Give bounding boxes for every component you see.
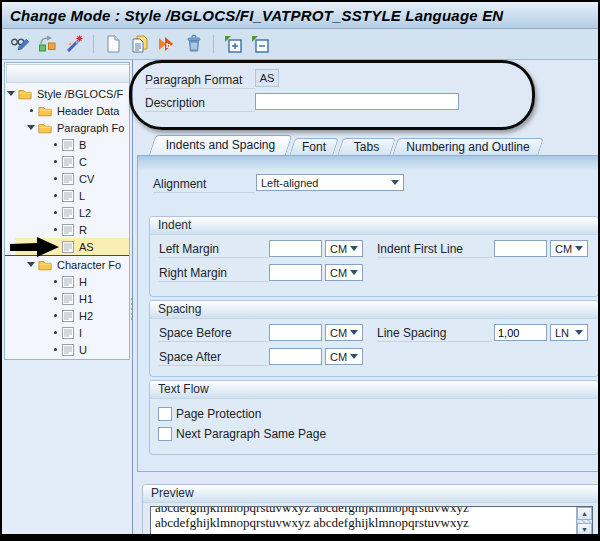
spacing-group: Spacing Space Before CM Line Spacing LN … [149, 300, 598, 377]
collapse-all-button[interactable] [248, 32, 272, 56]
choose-style-button[interactable] [35, 32, 59, 56]
line-spacing-label: Line Spacing [377, 326, 492, 342]
tree-item-label: Paragraph Fo [57, 122, 124, 134]
character-format-icon [62, 327, 74, 339]
space-before-label: Space Before [159, 326, 268, 342]
tree-item-h1[interactable]: H1 [5, 290, 129, 307]
character-format-icon [62, 293, 74, 305]
toolbar: b [2, 29, 598, 60]
next-paragraph-same-page-checkbox[interactable]: Next Paragraph Same Page [158, 427, 326, 441]
tree-item-l2[interactable]: L2 [5, 204, 129, 221]
bullet-icon [51, 160, 59, 163]
delete-button[interactable] [182, 32, 206, 56]
tree-item-header-data[interactable]: Header Data [5, 102, 129, 119]
bullet-icon [51, 228, 59, 231]
tree-item-c[interactable]: C [5, 153, 129, 170]
description-input[interactable] [255, 93, 459, 110]
copy-button[interactable] [128, 32, 152, 56]
spacing-group-title: Spacing [150, 301, 598, 319]
alignment-dropdown[interactable]: Left-aligned [256, 174, 404, 191]
toolbar-separator [93, 35, 94, 53]
preview-text-area[interactable]: abcdefghijklmnopqrstuvwxyz abcdefghijklm… [150, 506, 593, 534]
preview-group: Preview abcdefghijklmnopqrstuvwxyz abcde… [142, 484, 598, 534]
tree-item-paragraph-formats[interactable]: Paragraph Fo [5, 119, 129, 136]
tree-item-b[interactable]: B [5, 136, 129, 153]
display-change-button[interactable] [8, 32, 32, 56]
tree-item-label: CV [79, 173, 94, 185]
character-format-icon [62, 344, 74, 356]
glasses-pencil-icon [10, 34, 30, 54]
left-margin-input[interactable] [269, 240, 322, 257]
tree-item-label: Header Data [57, 105, 119, 117]
tab-indents-and-spacing[interactable]: Indents and Spacing [152, 135, 289, 156]
rename-ab-icon: b [157, 34, 177, 54]
tree-item-i[interactable]: I [5, 324, 129, 341]
indent-first-line-unit-dropdown[interactable]: CM [550, 240, 588, 257]
space-after-unit-dropdown[interactable]: CM [325, 348, 363, 365]
chevron-down-icon [350, 354, 358, 359]
paragraph-format-icon [62, 241, 74, 253]
checkbox-icon[interactable] [158, 427, 172, 441]
trash-icon [184, 34, 204, 54]
folder-icon [38, 105, 52, 117]
tree-item-label: AS [79, 241, 94, 253]
left-margin-unit-dropdown[interactable]: CM [325, 240, 363, 257]
toolbar-separator [213, 35, 214, 53]
pattern-wand-button[interactable] [62, 32, 86, 56]
chevron-down-icon [391, 180, 399, 185]
space-before-unit-dropdown[interactable]: CM [325, 324, 363, 341]
svg-text:b: b [166, 41, 171, 50]
tree-item-label: B [79, 139, 86, 151]
scroll-down-icon[interactable]: ▼ [577, 523, 592, 534]
space-after-input[interactable] [269, 348, 322, 365]
panel-splitter-handle[interactable] [129, 298, 134, 338]
indent-first-line-input[interactable] [494, 240, 547, 257]
window-title: Change Mode : Style /BGLOCS/FI_VATPROT_S… [2, 7, 503, 24]
expander-icon[interactable] [7, 91, 15, 96]
bullet-icon [51, 314, 59, 317]
title-bar: Change Mode : Style /BGLOCS/FI_VATPROT_S… [2, 2, 598, 29]
bullet-icon [51, 177, 59, 180]
tree-item-l[interactable]: L [5, 187, 129, 204]
page-protection-checkbox[interactable]: Page Protection [158, 407, 261, 421]
expander-icon[interactable] [27, 262, 35, 267]
preview-scrollbar[interactable]: ▲ ▼ [576, 507, 592, 534]
paragraph-format-value: AS [255, 69, 279, 87]
scroll-up-icon[interactable]: ▲ [577, 507, 592, 520]
text-flow-group: Text Flow Page Protection Next Paragraph… [149, 380, 598, 455]
paragraph-format-icon [62, 207, 74, 219]
space-before-input[interactable] [269, 324, 322, 341]
expander-icon[interactable] [27, 125, 35, 130]
tree-item-character-formats[interactable]: Character Fo [5, 256, 129, 273]
bullet-icon [27, 109, 35, 112]
line-spacing-input[interactable] [494, 324, 547, 341]
tab-tabs[interactable]: Tabs [340, 138, 393, 156]
paragraph-format-icon [62, 139, 74, 151]
tree-item-style-root[interactable]: Style /BGLOCS/F [5, 85, 129, 102]
rename-button[interactable]: b [155, 32, 179, 56]
tab-numbering-and-outline[interactable]: Numbering and Outline [395, 138, 541, 156]
tree-item-h2[interactable]: H2 [5, 307, 129, 324]
choose-squares-icon [37, 34, 57, 54]
tab-font[interactable]: Font [292, 138, 336, 156]
collapse-node-icon [250, 34, 270, 54]
tree-item-label: H2 [79, 310, 93, 322]
bullet-icon [51, 194, 59, 197]
line-spacing-unit-dropdown[interactable]: LN [550, 324, 588, 341]
checkbox-icon[interactable] [158, 407, 172, 421]
tree-item-h[interactable]: H [5, 273, 129, 290]
tree-item-cv[interactable]: CV [5, 170, 129, 187]
tree-item-r[interactable]: R [5, 221, 129, 238]
indent-group-title: Indent [150, 217, 598, 235]
folder-icon [38, 122, 52, 134]
tree-item-as-selected[interactable]: AS [5, 238, 129, 256]
alignment-label: Alignment [153, 177, 255, 193]
tree-item-u[interactable]: U [5, 341, 129, 358]
create-button[interactable] [101, 32, 125, 56]
style-tree-panel: Style /BGLOCS/F Header Data Paragraph Fo [2, 60, 133, 534]
expand-all-button[interactable] [221, 32, 245, 56]
paragraph-format-icon [62, 173, 74, 185]
right-margin-unit-dropdown[interactable]: CM [325, 264, 363, 281]
chevron-down-icon [575, 246, 583, 251]
right-margin-input[interactable] [269, 264, 322, 281]
